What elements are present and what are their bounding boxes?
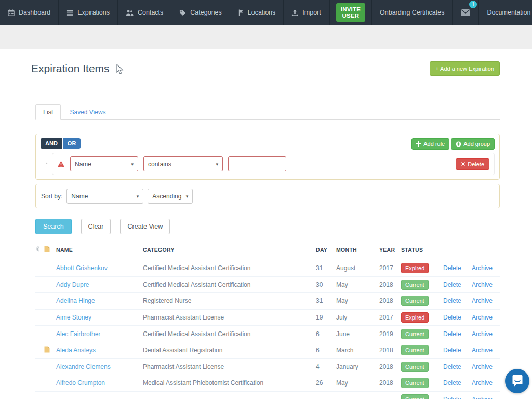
- nav-item-expirations[interactable]: Expirations: [59, 0, 118, 25]
- add-rule-button[interactable]: Add rule: [411, 138, 449, 150]
- column-header-year[interactable]: YEAR: [379, 247, 401, 253]
- row-year: 2017: [379, 314, 401, 321]
- tab-saved-views[interactable]: Saved Views: [61, 105, 114, 119]
- tab-bar: List Saved Views: [35, 104, 500, 120]
- status-badge: Current: [401, 296, 429, 306]
- row-delete-link[interactable]: Delete: [443, 363, 472, 370]
- row-name-link[interactable]: Aleda Ansteys: [56, 347, 143, 354]
- invite-user-button[interactable]: INVITE USER: [336, 3, 365, 22]
- sort-by-label: Sort by:: [41, 193, 62, 200]
- chevron-down-icon: ▾: [131, 162, 134, 167]
- search-button[interactable]: Search: [35, 219, 72, 234]
- and-button[interactable]: AND: [41, 138, 62, 149]
- delete-rule-button[interactable]: Delete: [456, 158, 489, 170]
- column-header-name[interactable]: NAME: [56, 247, 143, 253]
- nav-label-contacts: Contacts: [138, 9, 163, 16]
- tab-list[interactable]: List: [35, 104, 61, 120]
- expirations-table: NAME CATEGORY DAY MONTH YEAR STATUS Abbo…: [35, 241, 500, 399]
- add-group-button[interactable]: Add group: [451, 138, 495, 150]
- row-delete-link[interactable]: Delete: [443, 314, 472, 321]
- row-delete-link[interactable]: Delete: [443, 379, 472, 387]
- row-archive-link[interactable]: Archive: [472, 347, 500, 354]
- tag-icon: [179, 9, 186, 16]
- chevron-down-icon: ▾: [137, 194, 139, 199]
- nav-item-contacts[interactable]: Contacts: [118, 0, 171, 25]
- column-header-category[interactable]: CATEGORY: [143, 247, 316, 253]
- rule-connector-line: [46, 149, 52, 164]
- row-archive-link[interactable]: Archive: [472, 297, 500, 304]
- row-name-link[interactable]: Alfredo Crumpton: [56, 379, 143, 387]
- or-button[interactable]: OR: [63, 138, 81, 149]
- plus-circle-icon: [456, 141, 461, 147]
- table-row: Alec Fairbrother Certified Medical Assis…: [35, 326, 500, 342]
- row-name-link[interactable]: Addy Dupre: [56, 281, 143, 288]
- row-name-link[interactable]: Aime Stoney: [56, 314, 143, 321]
- row-archive-link[interactable]: Archive: [472, 363, 500, 370]
- nav-item-import[interactable]: Import: [284, 0, 329, 25]
- status-badge: Current: [401, 378, 429, 388]
- page-title: Expiration Items: [31, 62, 110, 75]
- row-day: 6: [316, 330, 336, 338]
- status-badge: Current: [401, 362, 429, 372]
- subheader-band: [0, 25, 532, 49]
- filter-value-input[interactable]: [228, 156, 286, 171]
- row-category: Dental Assistant Registration: [143, 347, 316, 354]
- clear-button[interactable]: Clear: [81, 219, 111, 234]
- row-delete-link[interactable]: Delete: [443, 330, 472, 338]
- row-delete-link[interactable]: Delete: [443, 264, 472, 272]
- sort-panel: Sort by: Name ▾ Ascending ▾: [35, 184, 500, 208]
- row-name-link[interactable]: Abbott Grishenkov: [56, 264, 143, 272]
- column-header-day[interactable]: DAY: [316, 247, 336, 253]
- page-head: Expiration Items + Add a new Expiration: [35, 60, 500, 77]
- chat-icon: [512, 375, 523, 388]
- chat-widget-button[interactable]: [505, 369, 529, 393]
- row-archive-link[interactable]: Archive: [472, 379, 500, 387]
- table-header-row: NAME CATEGORY DAY MONTH YEAR STATUS: [35, 241, 500, 260]
- row-name-link[interactable]: Adelina Hinge: [56, 297, 143, 304]
- row-name-link[interactable]: Alec Fairbrother: [56, 330, 143, 338]
- row-category: Pharmacist Assistant License: [143, 363, 316, 370]
- filter-operator-select[interactable]: contains ▾: [143, 156, 223, 171]
- row-category: Registered Nurse: [143, 297, 316, 304]
- nav-item-documentation[interactable]: Documentation: [478, 0, 532, 25]
- filter-top-row: AND OR Add rule Add group: [41, 138, 495, 150]
- row-day: 31: [316, 297, 336, 304]
- row-month: August: [336, 264, 379, 272]
- nav-label-expirations: Expirations: [77, 9, 110, 16]
- row-archive-link[interactable]: Archive: [472, 314, 500, 321]
- row-delete-link[interactable]: Delete: [443, 297, 472, 304]
- row-day: 19: [316, 314, 336, 321]
- column-header-month[interactable]: MONTH: [336, 247, 379, 253]
- add-expiration-button[interactable]: + Add a new Expiration: [430, 61, 500, 76]
- filter-field-select[interactable]: Name ▾: [70, 156, 138, 171]
- table-row: Alexandre Clemens Pharmacist Assistant L…: [35, 359, 500, 376]
- paperclip-icon: [35, 245, 44, 255]
- row-archive-link[interactable]: Archive: [472, 330, 500, 338]
- row-delete-link[interactable]: Delete: [443, 281, 472, 288]
- status-badge: Expired: [401, 312, 429, 323]
- mail-badge: 1: [469, 1, 477, 8]
- row-delete-link[interactable]: Delete: [443, 347, 472, 354]
- status-badge: Current: [401, 280, 429, 290]
- row-delete-link[interactable]: Delete: [443, 396, 472, 399]
- create-view-button[interactable]: Create View: [120, 219, 170, 234]
- row-archive-link[interactable]: Archive: [472, 281, 500, 288]
- row-year: 2018: [379, 347, 401, 354]
- row-name-link[interactable]: Alexandre Clemens: [56, 363, 143, 370]
- list-icon: [66, 9, 73, 16]
- column-header-status[interactable]: STATUS: [401, 247, 443, 253]
- nav-item-categories[interactable]: Categories: [171, 0, 230, 25]
- row-day: 31: [316, 264, 336, 272]
- row-year: 2018: [379, 379, 401, 387]
- nav-item-locations[interactable]: Locations: [230, 0, 284, 25]
- row-archive-link[interactable]: Archive: [472, 264, 500, 272]
- nav-item-dashboard[interactable]: Dashboard: [0, 0, 59, 25]
- main-content: Expiration Items + Add a new Expiration …: [0, 60, 532, 399]
- nav-label-locations: Locations: [248, 9, 276, 16]
- row-archive-link[interactable]: Archive: [472, 396, 500, 399]
- nav-item-onboarding-certificates[interactable]: Onbarding Certificates: [371, 0, 452, 25]
- nav-item-messages[interactable]: 1: [452, 0, 478, 25]
- table-row: Alfredo Crumpton Medical Assistant Phleb…: [35, 375, 500, 392]
- sort-field-select[interactable]: Name ▾: [66, 189, 143, 204]
- sort-direction-select[interactable]: Ascending ▾: [148, 189, 193, 204]
